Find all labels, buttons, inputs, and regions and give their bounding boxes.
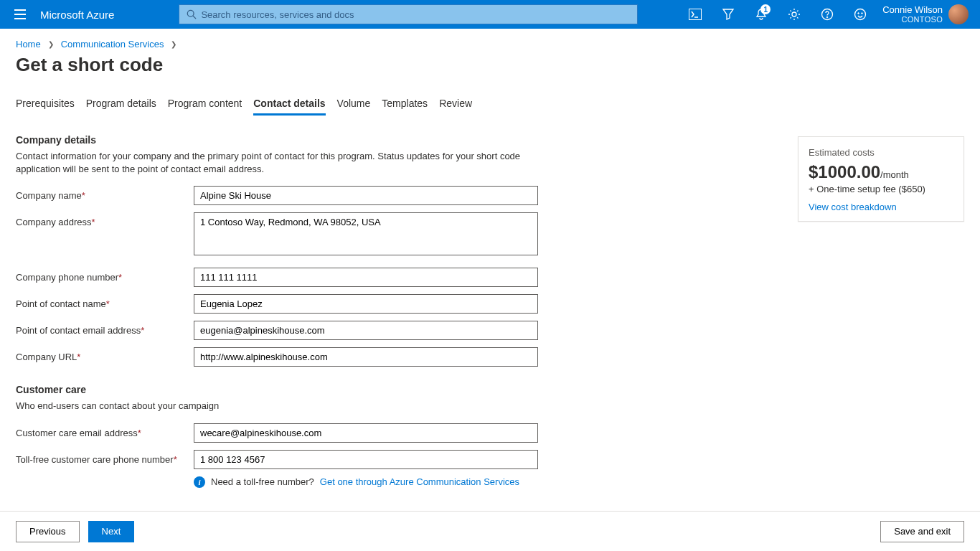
avatar xyxy=(948,4,969,24)
care-email-input[interactable] xyxy=(194,423,538,443)
notifications-icon[interactable]: 1 xyxy=(745,0,778,29)
label-contact-name: Point of contact name xyxy=(16,298,106,309)
section-company-desc: Contact information for your company and… xyxy=(16,150,532,176)
save-and-exit-button[interactable]: Save and exit xyxy=(880,521,964,542)
contact-name-input[interactable] xyxy=(194,294,538,314)
info-icon: i xyxy=(194,476,205,488)
account-menu[interactable]: Connie Wilson CONTOSO xyxy=(877,4,974,24)
top-icon-group: 1 xyxy=(679,0,877,29)
cost-amount: $1000.00 xyxy=(809,162,880,182)
notification-badge: 1 xyxy=(760,4,771,14)
cloud-shell-icon[interactable] xyxy=(679,0,712,29)
svg-rect-1 xyxy=(14,14,26,15)
tab-program-details[interactable]: Program details xyxy=(86,98,156,116)
contact-email-input[interactable] xyxy=(194,321,538,340)
svg-point-10 xyxy=(855,9,866,20)
breadcrumb-home[interactable]: Home xyxy=(16,39,41,50)
label-care-phone: Toll-free customer care phone number xyxy=(16,454,174,465)
svg-rect-0 xyxy=(14,9,26,11)
company-address-input[interactable] xyxy=(194,212,538,255)
section-care-desc: Who end-users can contact about your cam… xyxy=(16,400,532,413)
search-icon xyxy=(187,9,197,19)
chevron-right-icon: ❯ xyxy=(48,40,54,48)
svg-point-7 xyxy=(792,12,796,17)
chevron-right-icon: ❯ xyxy=(171,40,176,48)
menu-toggle-icon[interactable] xyxy=(6,0,34,29)
section-care-title: Customer care xyxy=(16,384,561,395)
brand-label: Microsoft Azure xyxy=(40,9,114,21)
breadcrumb: Home ❯ Communication Services ❯ xyxy=(16,39,964,50)
wizard-footer: Previous Next Save and exit xyxy=(0,511,980,551)
cost-breakdown-link[interactable]: View cost breakdown xyxy=(809,202,897,212)
cost-unit: /month xyxy=(880,169,909,180)
company-name-input[interactable] xyxy=(194,186,538,205)
cost-heading: Estimated costs xyxy=(809,147,953,158)
user-name: Connie Wilson xyxy=(882,5,943,15)
tab-review[interactable]: Review xyxy=(439,98,472,116)
tollfree-prompt: Need a toll-free number? xyxy=(211,476,314,487)
label-company-url: Company URL xyxy=(16,352,77,362)
page-content: Home ❯ Communication Services ❯ Get a sh… xyxy=(0,29,980,511)
svg-line-4 xyxy=(194,16,197,19)
feedback-icon[interactable] xyxy=(844,0,877,29)
tollfree-info: i Need a toll-free number? Get one throu… xyxy=(194,476,561,488)
company-url-input[interactable] xyxy=(194,347,538,367)
directory-filter-icon[interactable] xyxy=(712,0,745,29)
label-company-phone: Company phone number xyxy=(16,272,118,283)
global-search[interactable] xyxy=(179,4,638,24)
svg-point-12 xyxy=(862,13,863,14)
svg-point-9 xyxy=(826,17,828,18)
tab-templates[interactable]: Templates xyxy=(382,98,428,116)
label-care-email: Customer care email address xyxy=(16,428,138,438)
breadcrumb-service[interactable]: Communication Services xyxy=(61,39,164,50)
previous-button[interactable]: Previous xyxy=(16,521,80,542)
svg-point-3 xyxy=(188,10,194,17)
section-company-title: Company details xyxy=(16,134,561,146)
svg-rect-2 xyxy=(14,18,26,19)
form-column: Company details Contact information for … xyxy=(16,134,561,488)
help-icon[interactable] xyxy=(811,0,844,29)
page-title: Get a short code xyxy=(16,54,964,76)
next-button[interactable]: Next xyxy=(88,521,135,542)
top-bar: Microsoft Azure 1 Connie Wilson CONTOSO xyxy=(0,0,980,29)
svg-point-11 xyxy=(858,13,859,14)
tab-volume[interactable]: Volume xyxy=(337,98,371,116)
label-company-address: Company address xyxy=(16,217,92,227)
settings-icon[interactable] xyxy=(778,0,811,29)
user-org: CONTOSO xyxy=(882,15,943,24)
search-input[interactable] xyxy=(201,9,634,20)
company-phone-input[interactable] xyxy=(194,268,538,287)
label-contact-email: Point of contact email address xyxy=(16,325,141,336)
cost-setup: + One-time setup fee ($650) xyxy=(809,184,953,194)
care-phone-input[interactable] xyxy=(194,450,538,469)
estimated-costs-card: Estimated costs $1000.00/month + One-tim… xyxy=(798,136,964,222)
tab-contact-details[interactable]: Contact details xyxy=(253,98,325,116)
wizard-tabs: Prerequisites Program details Program co… xyxy=(16,98,964,116)
label-company-name: Company name xyxy=(16,190,82,201)
svg-rect-5 xyxy=(689,9,702,20)
tab-prerequisites[interactable]: Prerequisites xyxy=(16,98,75,116)
tollfree-link[interactable]: Get one through Azure Communication Serv… xyxy=(320,476,519,487)
tab-program-content[interactable]: Program content xyxy=(168,98,242,116)
